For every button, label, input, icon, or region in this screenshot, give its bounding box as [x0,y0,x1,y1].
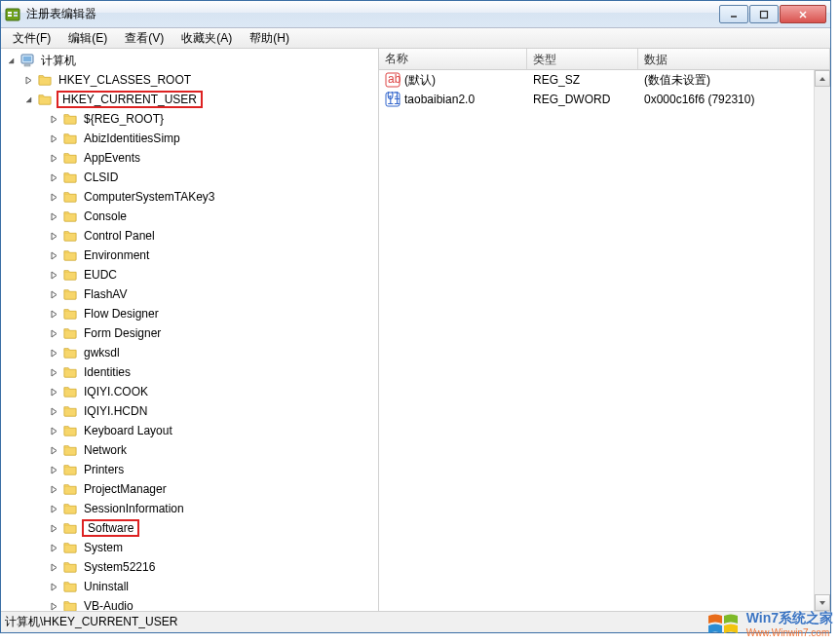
menu-edit[interactable]: 编辑(E) [60,28,115,49]
tree-item[interactable]: HKEY_CURRENT_USER [1,90,378,109]
tree-item-label[interactable]: gwksdl [82,345,122,360]
scroll-up-button[interactable] [815,70,830,87]
header-data[interactable]: 数据 [638,49,830,69]
tree-toggle-icon[interactable] [48,347,59,359]
list-row[interactable]: (默认) REG_SZ (数值未设置) [379,70,830,90]
tree-toggle-icon[interactable] [48,288,59,300]
tree-toggle-icon[interactable] [48,366,59,378]
tree-toggle-icon[interactable] [48,464,59,475]
tree-item[interactable]: IQIYI.COOK [1,382,378,401]
tree-item[interactable]: CLSID [1,168,378,187]
tree-item[interactable]: System52216 [1,557,378,577]
tree-item[interactable]: 计算机 [1,51,378,70]
tree-toggle-icon[interactable] [48,249,59,261]
tree-item[interactable]: Form Designer [1,323,378,343]
tree-item-label[interactable]: Uninstall [82,579,131,594]
tree-item-label[interactable]: EUDC [82,267,119,283]
tree-item[interactable]: Console [1,207,378,226]
tree-item[interactable]: Environment [1,246,378,265]
tree-toggle-icon[interactable] [48,269,59,281]
tree-item-label[interactable]: 计算机 [39,52,78,70]
tree-toggle-icon[interactable] [48,444,59,456]
list-row[interactable]: taobaibian2.0 REG_DWORD 0x000c16f6 (7923… [379,90,830,109]
titlebar[interactable]: 注册表编辑器 [1,1,830,28]
tree-toggle-icon[interactable] [48,133,59,144]
tree-toggle-icon[interactable] [48,581,59,592]
menu-view[interactable]: 查看(V) [117,28,172,49]
tree-toggle-icon[interactable] [48,386,59,398]
tree-item-label[interactable]: System [82,540,125,555]
tree-item-label[interactable]: HKEY_CURRENT_USER [60,92,199,107]
tree-toggle-icon[interactable] [48,405,59,417]
tree-item-label[interactable]: AbizIdentitiesSimp [82,131,182,146]
tree-item[interactable]: Control Panel [1,226,378,246]
tree-item-label[interactable]: VB-Audio [82,598,135,611]
tree-toggle-icon[interactable] [48,425,59,436]
tree-toggle-icon[interactable] [22,74,34,86]
tree-item-label[interactable]: Software [86,520,135,536]
tree-toggle-icon[interactable] [48,191,59,203]
tree-toggle-icon[interactable] [48,171,59,183]
header-type[interactable]: 类型 [527,49,638,69]
tree-item[interactable]: IQIYI.HCDN [1,401,378,421]
tree-pane[interactable]: 计算机 HKEY_CLASSES_ROOT HKEY_CURRENT_USER … [1,49,379,611]
tree-item-label[interactable]: SessionInformation [82,501,186,516]
tree-item-label[interactable]: AppEvents [82,150,142,166]
tree-item[interactable]: Keyboard Layout [1,421,378,440]
tree-item[interactable]: AppEvents [1,148,378,168]
tree-item-label[interactable]: ComputerSystemTAKey3 [82,189,217,205]
tree-item-label[interactable]: HKEY_CLASSES_ROOT [57,72,193,88]
tree-item[interactable]: System [1,538,378,557]
tree-item[interactable]: VB-Audio [1,596,378,611]
tree-item-label[interactable]: Control Panel [82,228,157,244]
tree-toggle-icon[interactable] [48,210,59,222]
tree-toggle-icon[interactable] [48,503,59,514]
menu-help[interactable]: 帮助(H) [242,28,297,49]
tree-item[interactable]: ProjectManager [1,479,378,499]
tree-item-label[interactable]: Flow Designer [82,306,161,322]
tree-toggle-icon[interactable] [48,113,59,125]
tree-item[interactable]: Software [1,518,378,538]
tree-toggle-icon[interactable] [48,230,59,242]
tree-item[interactable]: Network [1,440,378,460]
tree-item-label[interactable]: ProjectManager [82,481,169,497]
tree-toggle-icon[interactable] [48,483,59,495]
tree-toggle-icon[interactable] [48,542,59,553]
tree-toggle-icon[interactable] [48,152,59,164]
tree-toggle-icon[interactable] [48,561,59,573]
menu-favorites[interactable]: 收藏夹(A) [173,28,240,49]
tree-item-label[interactable]: ${REG_ROOT} [82,111,166,127]
list-scrollbar[interactable] [814,70,830,611]
tree-toggle-icon[interactable] [48,522,59,534]
minimize-button[interactable] [719,5,748,23]
tree-item-label[interactable]: Keyboard Layout [82,423,174,438]
list-body[interactable]: (默认) REG_SZ (数值未设置) taobaibian2.0 REG_DW… [379,70,830,611]
tree-item-label[interactable]: Identities [82,364,133,380]
tree-item-label[interactable]: Form Designer [82,325,163,341]
tree-item[interactable]: SessionInformation [1,499,378,518]
tree-item-label[interactable]: System52216 [82,559,157,575]
tree-toggle-icon[interactable] [5,55,17,66]
tree-item[interactable]: AbizIdentitiesSimp [1,129,378,148]
tree-item-label[interactable]: IQIYI.COOK [82,384,150,399]
maximize-button[interactable] [749,5,779,23]
tree-item-label[interactable]: Console [82,208,129,224]
tree-item-label[interactable]: Network [82,442,129,458]
tree-toggle-icon[interactable] [48,308,59,320]
tree-toggle-icon[interactable] [22,94,34,105]
tree-item[interactable]: ${REG_ROOT} [1,109,378,129]
scroll-down-button[interactable] [815,594,830,611]
tree-item[interactable]: Identities [1,362,378,382]
tree-item[interactable]: Printers [1,460,378,479]
tree-item-label[interactable]: FlashAV [82,286,129,302]
menu-file[interactable]: 文件(F) [5,28,58,49]
tree-item-label[interactable]: CLSID [82,170,120,185]
tree-item-label[interactable]: Environment [82,247,151,263]
tree-toggle-icon[interactable] [48,600,59,611]
close-button[interactable] [780,5,826,23]
tree-item[interactable]: EUDC [1,265,378,284]
tree-item[interactable]: Flow Designer [1,304,378,323]
tree-toggle-icon[interactable] [48,327,59,339]
tree-item[interactable]: ComputerSystemTAKey3 [1,187,378,207]
tree-item-label[interactable]: IQIYI.HCDN [82,403,149,419]
